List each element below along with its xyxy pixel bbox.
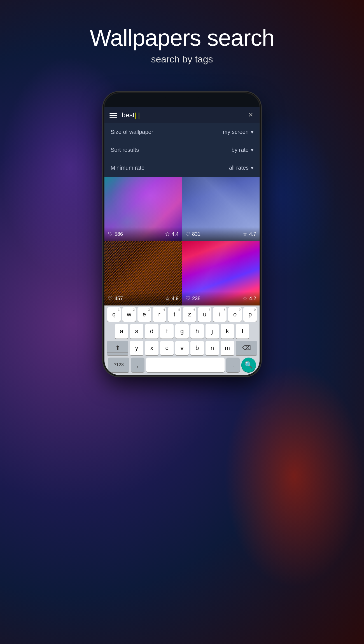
wallpaper-likes-4: ♡ 238: [185, 295, 200, 302]
likes-count-4: 238: [192, 296, 200, 302]
shift-key[interactable]: ⬆: [107, 341, 128, 355]
key-k[interactable]: k: [221, 324, 234, 339]
app-title: Wallpapers search: [0, 25, 364, 50]
key-a[interactable]: a: [115, 324, 128, 339]
menu-button[interactable]: [109, 113, 117, 118]
star-icon-3: ☆: [165, 295, 170, 302]
filter-section: Size of wallpaper my screen ▾ Sort resul…: [104, 123, 260, 177]
shift-line: [107, 352, 128, 353]
phone-notch: [165, 93, 199, 101]
likes-count-3: 457: [115, 296, 123, 302]
shift-icon: ⬆: [115, 344, 120, 352]
filter-sort-value: by rate: [232, 147, 249, 153]
star-icon-4: ☆: [242, 295, 248, 302]
phone-side-button: [260, 183, 260, 205]
search-input[interactable]: best|: [122, 111, 242, 119]
phone-top-bar: [104, 93, 260, 107]
heart-icon-4: ♡: [185, 295, 190, 302]
key-n[interactable]: n: [206, 341, 219, 355]
filter-rate-dropdown[interactable]: all rates ▾: [229, 165, 253, 171]
wallpaper-overlay-4: ♡ 238 ☆ 4.2: [182, 291, 260, 305]
filter-size-label: Size of wallpaper: [111, 129, 153, 135]
wallpaper-item-2[interactable]: ♡ 831 ☆ 4.7: [182, 177, 260, 241]
star-icon-1: ☆: [165, 231, 170, 237]
filter-sort-dropdown[interactable]: by rate ▾: [232, 147, 253, 153]
key-t[interactable]: 5 t: [168, 307, 181, 322]
keyboard-bottom-alpha-row: ⬆ y x c v b n m ⌫: [106, 341, 258, 355]
keyboard-action-row: ?123 , . 🔍: [106, 358, 258, 372]
filter-size-dropdown[interactable]: my screen ▾: [223, 129, 253, 135]
key-m[interactable]: m: [221, 341, 234, 355]
keyboard-middle-row: a s d f g h j k l: [106, 324, 258, 339]
comma-key[interactable]: ,: [131, 358, 144, 372]
key-l[interactable]: l: [236, 324, 249, 339]
wallpaper-item-4[interactable]: ♡ 238 ☆ 4.2: [182, 241, 260, 305]
wallpaper-likes-2: ♡ 831: [185, 231, 200, 237]
wallpaper-item-1[interactable]: ♡ 586 ☆ 4.4: [104, 177, 182, 241]
heart-icon-1: ♡: [108, 231, 113, 237]
key-f[interactable]: f: [160, 324, 174, 339]
wallpaper-rating-4: ☆ 4.2: [242, 295, 256, 302]
key-e[interactable]: 3 e: [137, 307, 151, 322]
rating-value-1: 4.4: [172, 231, 179, 237]
key-x[interactable]: x: [145, 341, 158, 355]
filter-rate-value: all rates: [229, 165, 249, 171]
wallpaper-rating-3: ☆ 4.9: [165, 295, 179, 302]
filter-rate-label: Minimum rate: [111, 165, 144, 171]
heart-icon-2: ♡: [185, 231, 190, 237]
star-icon-2: ☆: [242, 231, 248, 237]
heart-icon-3: ♡: [108, 295, 113, 302]
key-w[interactable]: 2 w: [122, 307, 136, 322]
keyboard: 1 q 2 w 3 e 4 r: [104, 305, 260, 375]
dropdown-arrow-rate: ▾: [251, 165, 253, 171]
key-r[interactable]: 4 r: [153, 307, 166, 322]
key-i[interactable]: 8 i: [213, 307, 227, 322]
wallpaper-overlay-1: ♡ 586 ☆ 4.4: [104, 227, 182, 241]
phone-red-accent: [260, 211, 260, 219]
backspace-key[interactable]: ⌫: [236, 341, 257, 355]
filter-sort-row[interactable]: Sort results by rate ▾: [104, 141, 260, 159]
close-icon[interactable]: ✕: [247, 111, 255, 119]
wallpaper-rating-1: ☆ 4.4: [165, 231, 179, 237]
key-q[interactable]: 1 q: [107, 307, 121, 322]
likes-count-1: 586: [115, 231, 123, 237]
key-y[interactable]: y: [130, 341, 143, 355]
wallpaper-rating-2: ☆ 4.7: [242, 231, 256, 237]
phone-frame-wrapper: best| ✕ Size of wallpaper my screen ▾ So…: [104, 92, 260, 376]
key-h[interactable]: h: [190, 324, 204, 339]
period-label: .: [232, 361, 234, 368]
app-subtitle: search by tags: [0, 54, 364, 65]
key-s[interactable]: s: [130, 324, 143, 339]
wallpaper-likes-3: ♡ 457: [108, 295, 123, 302]
key-p[interactable]: 0 p: [243, 307, 257, 322]
wallpaper-grid: ♡ 586 ☆ 4.4 ♡ 831: [104, 177, 260, 305]
filter-size-row[interactable]: Size of wallpaper my screen ▾: [104, 123, 260, 141]
keyboard-number-row: 1 q 2 w 3 e 4 r: [106, 307, 258, 322]
wallpaper-item-3[interactable]: ♡ 457 ☆ 4.9: [104, 241, 182, 305]
key-d[interactable]: d: [145, 324, 158, 339]
symbols-key[interactable]: ?123: [108, 358, 129, 372]
key-u[interactable]: 7 u: [198, 307, 211, 322]
filter-rate-row[interactable]: Minimum rate all rates ▾: [104, 159, 260, 177]
search-icon: 🔍: [244, 361, 253, 369]
key-v[interactable]: v: [175, 341, 189, 355]
key-b[interactable]: b: [190, 341, 204, 355]
key-j[interactable]: j: [206, 324, 219, 339]
spacebar-key[interactable]: [146, 358, 225, 372]
wallpaper-overlay-2: ♡ 831 ☆ 4.7: [182, 227, 260, 241]
filter-size-value: my screen: [223, 129, 249, 135]
key-c[interactable]: c: [160, 341, 174, 355]
period-key[interactable]: .: [226, 358, 240, 372]
rating-value-3: 4.9: [172, 296, 179, 302]
symbols-label: ?123: [114, 362, 124, 367]
rating-value-2: 4.7: [249, 231, 256, 237]
key-z[interactable]: 6 z: [183, 307, 196, 322]
key-g[interactable]: g: [175, 324, 189, 339]
search-button[interactable]: 🔍: [241, 358, 256, 372]
dropdown-arrow-size: ▾: [251, 129, 253, 135]
key-o[interactable]: 9 o: [228, 307, 242, 322]
wallpaper-overlay-3: ♡ 457 ☆ 4.9: [104, 291, 182, 305]
rating-value-4: 4.2: [249, 296, 256, 302]
filter-sort-label: Sort results: [111, 147, 139, 153]
dropdown-arrow-sort: ▾: [251, 147, 253, 153]
